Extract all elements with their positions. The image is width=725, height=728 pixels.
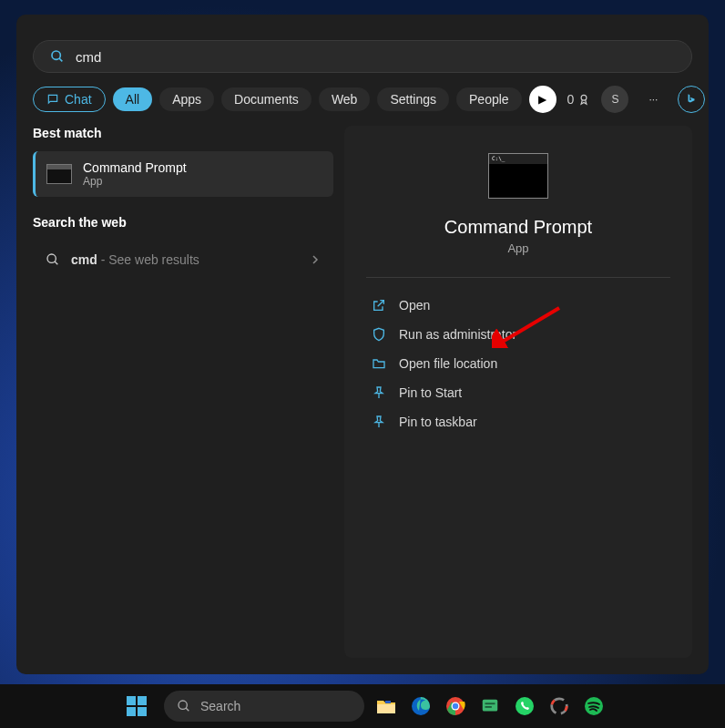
web-query: cmd [71, 252, 97, 267]
action-pin-start[interactable]: Pin to Start [366, 378, 670, 407]
overflow-more-icon[interactable]: ▶ [529, 86, 557, 113]
start-button[interactable] [118, 688, 155, 724]
svg-rect-19 [485, 706, 492, 708]
taskbar-chat-icon[interactable] [477, 693, 503, 719]
svg-line-4 [55, 261, 57, 264]
open-icon [372, 298, 386, 313]
search-icon [46, 252, 60, 267]
taskbar-search[interactable]: Search [164, 691, 364, 722]
search-icon [50, 49, 65, 64]
chat-icon [46, 93, 59, 106]
windows-logo-icon [127, 696, 147, 716]
taskbar-whatsapp-icon[interactable] [512, 693, 537, 719]
search-icon [177, 699, 191, 713]
filter-settings[interactable]: Settings [377, 87, 449, 111]
pin-icon [372, 385, 386, 400]
svg-point-9 [179, 701, 187, 709]
taskbar-app-icon[interactable] [546, 693, 572, 719]
taskbar-search-label: Search [200, 699, 240, 713]
web-search-item[interactable]: cmd - See web results [33, 241, 333, 279]
action-open-location[interactable]: Open file location [366, 349, 670, 378]
result-command-prompt[interactable]: Command Prompt App [33, 151, 333, 197]
bing-icon[interactable] [678, 86, 705, 113]
filter-web[interactable]: Web [319, 87, 371, 111]
svg-point-0 [52, 51, 60, 59]
taskbar-edge-icon[interactable] [408, 693, 434, 719]
shield-icon [372, 327, 386, 342]
web-hint: - See web results [97, 252, 199, 267]
svg-point-16 [453, 703, 458, 709]
divider [366, 277, 670, 278]
result-subtitle: App [83, 175, 187, 188]
search-input[interactable] [76, 49, 675, 65]
search-web-label: Search the web [33, 215, 333, 230]
result-title: Command Prompt [83, 160, 187, 175]
svg-point-3 [47, 254, 56, 262]
action-run-admin[interactable]: Run as administrator [366, 320, 670, 349]
chevron-right-icon [310, 254, 321, 265]
action-open[interactable]: Open [366, 291, 670, 320]
svg-line-10 [186, 708, 189, 711]
taskbar-chrome-icon[interactable] [443, 693, 468, 719]
start-search-window: Chat All Apps Documents Web Settings Peo… [16, 15, 709, 674]
taskbar-explorer-icon[interactable] [373, 693, 399, 719]
chat-pill[interactable]: Chat [33, 87, 106, 112]
svg-point-2 [581, 95, 587, 100]
folder-icon [372, 356, 386, 371]
medal-icon [577, 93, 590, 106]
filter-documents[interactable]: Documents [221, 87, 311, 111]
cmd-icon [46, 164, 72, 184]
desktop-background: Chat All Apps Documents Web Settings Peo… [0, 0, 725, 728]
svg-rect-18 [485, 702, 495, 704]
filter-apps[interactable]: Apps [159, 87, 214, 111]
rewards-points[interactable]: 0 [567, 92, 591, 107]
search-bar[interactable] [33, 40, 692, 73]
filter-row: Chat All Apps Documents Web Settings Peo… [16, 86, 709, 126]
action-pin-taskbar[interactable]: Pin to taskbar [366, 407, 670, 436]
more-icon[interactable]: ··· [639, 86, 667, 113]
filter-all[interactable]: All [113, 87, 153, 111]
best-match-label: Best match [33, 126, 333, 140]
svg-line-1 [59, 58, 62, 61]
svg-rect-17 [483, 700, 498, 712]
results-left-column: Best match Command Prompt App Search the… [33, 126, 333, 658]
svg-rect-12 [385, 701, 391, 703]
account-avatar[interactable]: S [601, 86, 628, 113]
pin-icon [372, 415, 386, 429]
svg-rect-11 [377, 704, 395, 713]
chat-label: Chat [65, 92, 92, 107]
taskbar-spotify-icon[interactable] [581, 693, 607, 719]
preview-title: Command Prompt [366, 217, 670, 238]
filter-people[interactable]: People [456, 87, 522, 111]
preview-app-icon [488, 153, 548, 199]
preview-panel: Command Prompt App Open Run as administr… [344, 126, 692, 658]
taskbar: Search [0, 684, 725, 728]
preview-subtitle: App [366, 241, 670, 255]
